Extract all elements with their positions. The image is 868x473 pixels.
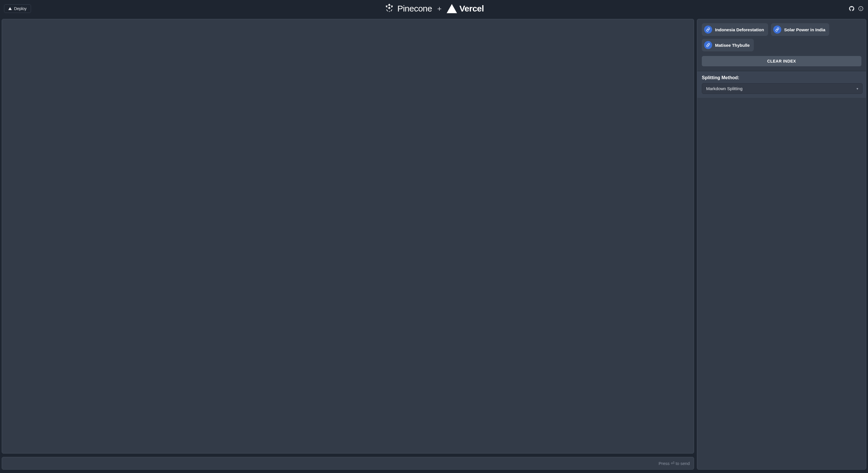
svg-line-13 xyxy=(391,10,392,11)
splitting-section: Splitting Method: Markdown Splitting ▾ xyxy=(697,71,866,98)
select-value: Markdown Splitting xyxy=(706,86,743,91)
chip-label: Solar Power in India xyxy=(784,27,825,32)
chip-label: Indonesia Deforestation xyxy=(715,27,764,32)
svg-line-1 xyxy=(389,4,389,5)
deploy-button[interactable]: Deploy xyxy=(4,4,31,13)
chat-panel xyxy=(2,19,694,453)
pinecone-icon xyxy=(384,3,394,14)
splitting-method-select[interactable]: Markdown Splitting ▾ xyxy=(702,83,863,94)
chevron-down-icon: ▾ xyxy=(857,87,858,91)
splitting-method-label: Splitting Method: xyxy=(702,75,863,81)
clear-index-button[interactable]: CLEAR INDEX xyxy=(702,56,861,66)
svg-point-14 xyxy=(389,11,390,12)
vercel-triangle-icon xyxy=(8,7,12,10)
svg-line-9 xyxy=(392,6,392,7)
right-panel: Indonesia Deforestation Solar Power in I… xyxy=(697,19,866,470)
pinecone-wordmark: Pinecone xyxy=(397,4,432,13)
vercel-triangle-icon xyxy=(446,4,457,13)
deploy-button-label: Deploy xyxy=(14,6,27,11)
left-column: Press ⏎ to send xyxy=(2,19,694,470)
svg-line-6 xyxy=(386,6,387,7)
chat-input[interactable] xyxy=(6,461,690,466)
link-icon xyxy=(704,26,712,34)
svg-line-2 xyxy=(389,4,390,5)
clear-index-row: CLEAR INDEX xyxy=(697,54,866,71)
svg-point-17 xyxy=(861,7,861,8)
vercel-wordmark: Vercel xyxy=(459,4,484,13)
info-icon[interactable] xyxy=(858,5,864,12)
vercel-logo: Vercel xyxy=(446,4,484,13)
link-icon xyxy=(773,26,781,34)
pinecone-logo: Pinecone xyxy=(384,3,432,14)
plus-separator: + xyxy=(437,4,441,13)
source-chips: Indonesia Deforestation Solar Power in I… xyxy=(697,19,866,54)
top-right-icons xyxy=(848,5,864,12)
svg-line-4 xyxy=(389,7,389,8)
source-chip[interactable]: Solar Power in India xyxy=(771,23,829,36)
source-chip[interactable]: Indonesia Deforestation xyxy=(702,23,768,36)
source-chip[interactable]: Matisee Thybulle xyxy=(702,39,754,51)
chip-label: Matisee Thybulle xyxy=(715,43,750,48)
svg-line-12 xyxy=(386,10,388,11)
main-layout: Press ⏎ to send Indonesia Deforestation xyxy=(0,17,868,471)
header-logos: Pinecone + Vercel xyxy=(384,3,484,14)
top-bar: Deploy xyxy=(0,0,868,17)
chat-input-panel[interactable]: Press ⏎ to send xyxy=(2,457,694,470)
github-icon[interactable] xyxy=(848,5,855,12)
right-panel-empty xyxy=(697,98,866,469)
svg-line-5 xyxy=(389,7,390,8)
link-icon xyxy=(704,41,712,49)
